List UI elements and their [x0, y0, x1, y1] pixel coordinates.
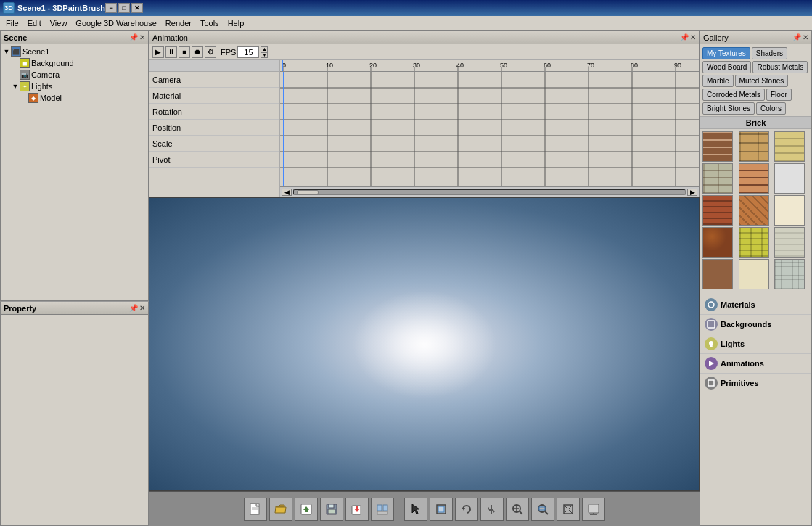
- track-camera[interactable]: Camera: [149, 72, 279, 88]
- tool-zoom2[interactable]: [531, 498, 554, 521]
- save-icon: [325, 503, 338, 516]
- tool-pan[interactable]: [480, 498, 504, 521]
- tab-corroded-metals[interactable]: Corroded Metals: [702, 89, 765, 101]
- tree-item-background[interactable]: ◼ Background: [2, 57, 147, 69]
- texture-4[interactable]: [702, 163, 733, 194]
- tool-view[interactable]: [582, 498, 605, 521]
- menu-render[interactable]: Render: [161, 17, 196, 29]
- animation-pin[interactable]: 📌: [680, 33, 689, 41]
- track-scale[interactable]: Scale: [149, 136, 279, 152]
- animation-close[interactable]: ✕: [690, 33, 696, 41]
- texture-3[interactable]: [774, 131, 805, 162]
- svg-point-59: [708, 302, 714, 308]
- tool-zoom[interactable]: [506, 498, 529, 521]
- scroll-track[interactable]: [293, 189, 686, 195]
- gallery-close[interactable]: ✕: [803, 33, 808, 41]
- minimize-button[interactable]: −: [105, 3, 117, 13]
- tree-item-model[interactable]: ◆ Model: [2, 92, 147, 104]
- tree-item-lights[interactable]: ▼ ✦ Lights: [2, 81, 147, 92]
- scene-panel-pin[interactable]: 📌: [129, 33, 138, 41]
- fps-up-btn[interactable]: ▲: [261, 46, 268, 52]
- timeline-cursor[interactable]: [282, 60, 283, 71]
- tool-rotate[interactable]: [455, 498, 478, 521]
- svg-rect-42: [438, 506, 444, 512]
- texture-7[interactable]: [702, 195, 733, 226]
- anim-record-btn[interactable]: ⏺: [192, 46, 203, 58]
- close-window-button[interactable]: ✕: [131, 3, 143, 13]
- timeline-ruler: 0 10 20 30 40 50 60 70 80 90: [280, 60, 699, 72]
- tab-shaders[interactable]: Shaders: [752, 47, 787, 59]
- section-materials[interactable]: Materials: [700, 295, 811, 315]
- tab-marble[interactable]: Marble: [702, 75, 734, 87]
- tool-frame[interactable]: [430, 498, 453, 521]
- anim-play-btn[interactable]: ▶: [152, 46, 164, 58]
- tab-muted-stones[interactable]: Muted Stones: [735, 75, 789, 87]
- scene-panel-close[interactable]: ✕: [139, 33, 145, 41]
- animation-panel: Animation 📌 ✕ ▶ ⏸ ■ ⏺ ⚙ FPS ▲ ▼: [149, 30, 700, 197]
- texture-9[interactable]: [774, 195, 805, 226]
- texture-12[interactable]: [774, 227, 805, 258]
- scroll-right-btn[interactable]: ▶: [687, 189, 697, 196]
- svg-marker-40: [412, 504, 419, 514]
- texture-15[interactable]: [774, 259, 805, 289]
- anim-pause-btn[interactable]: ⏸: [165, 46, 177, 58]
- tree-item-scene1[interactable]: ▼ ⬛ Scene1: [2, 46, 147, 57]
- menu-tools[interactable]: Tools: [196, 17, 223, 29]
- tool-open[interactable]: [269, 498, 292, 521]
- scroll-left-btn[interactable]: ◀: [282, 189, 292, 196]
- track-position[interactable]: Position: [149, 120, 279, 136]
- tree-expand-scene1[interactable]: ▼: [2, 48, 11, 55]
- tree-item-camera[interactable]: 📷 Camera: [2, 69, 147, 81]
- property-panel-pin[interactable]: 📌: [129, 304, 138, 312]
- section-lights[interactable]: Lights: [700, 334, 811, 354]
- tool-fit[interactable]: [557, 498, 580, 521]
- texture-1[interactable]: [702, 131, 733, 162]
- section-backgrounds[interactable]: Backgrounds: [700, 315, 811, 334]
- section-animations[interactable]: Animations: [700, 354, 811, 374]
- menu-google3dwarehouse[interactable]: Google 3D Warehouse: [71, 17, 161, 29]
- texture-11[interactable]: [739, 227, 769, 258]
- menu-view[interactable]: View: [46, 17, 72, 29]
- menu-file[interactable]: File: [1, 17, 23, 29]
- tool-import[interactable]: [295, 498, 318, 521]
- open-icon: [274, 503, 287, 516]
- tree-expand-lights[interactable]: ▼: [11, 83, 20, 90]
- tab-colors[interactable]: Colors: [756, 102, 786, 115]
- tab-my-textures[interactable]: My Textures: [702, 47, 750, 59]
- menu-edit[interactable]: Edit: [23, 17, 46, 29]
- texture-8[interactable]: [739, 195, 769, 226]
- gallery-pin[interactable]: 📌: [792, 33, 801, 41]
- texture-2[interactable]: [739, 131, 769, 162]
- tool-export2[interactable]: [371, 498, 394, 521]
- scroll-thumb[interactable]: [297, 190, 319, 194]
- viewport[interactable]: [149, 197, 700, 491]
- texture-10[interactable]: [702, 227, 733, 258]
- tool-select[interactable]: [404, 498, 427, 521]
- texture-6[interactable]: [774, 163, 805, 194]
- tool-new[interactable]: [244, 498, 267, 521]
- texture-14[interactable]: [739, 259, 769, 289]
- tab-robust-metals[interactable]: Robust Metals: [752, 61, 808, 73]
- anim-stop-btn[interactable]: ■: [179, 46, 190, 58]
- property-panel-close[interactable]: ✕: [139, 304, 145, 312]
- tool-export1[interactable]: [345, 498, 369, 521]
- tab-bright-stones[interactable]: Bright Stones: [702, 102, 755, 115]
- section-primitives[interactable]: Primitives: [700, 374, 811, 393]
- svg-line-45: [520, 511, 522, 514]
- tool-save[interactable]: [320, 498, 343, 521]
- tab-floor[interactable]: Floor: [766, 89, 792, 101]
- texture-5[interactable]: [739, 163, 769, 194]
- anim-settings-btn[interactable]: ⚙: [205, 46, 216, 58]
- menu-help[interactable]: Help: [223, 17, 249, 29]
- texture-13[interactable]: [702, 259, 733, 289]
- svg-rect-64: [708, 380, 714, 386]
- maximize-button[interactable]: □: [118, 3, 130, 13]
- timeline-scrollbar[interactable]: ◀ ▶: [280, 186, 699, 197]
- track-material[interactable]: Material: [149, 88, 279, 104]
- tab-wood-board[interactable]: Wood Board: [702, 61, 751, 73]
- track-pivot[interactable]: Pivot: [149, 152, 279, 168]
- fps-input[interactable]: [237, 46, 259, 58]
- zoom-icon: [511, 503, 524, 516]
- fps-down-btn[interactable]: ▼: [261, 52, 268, 58]
- track-rotation[interactable]: Rotation: [149, 104, 279, 120]
